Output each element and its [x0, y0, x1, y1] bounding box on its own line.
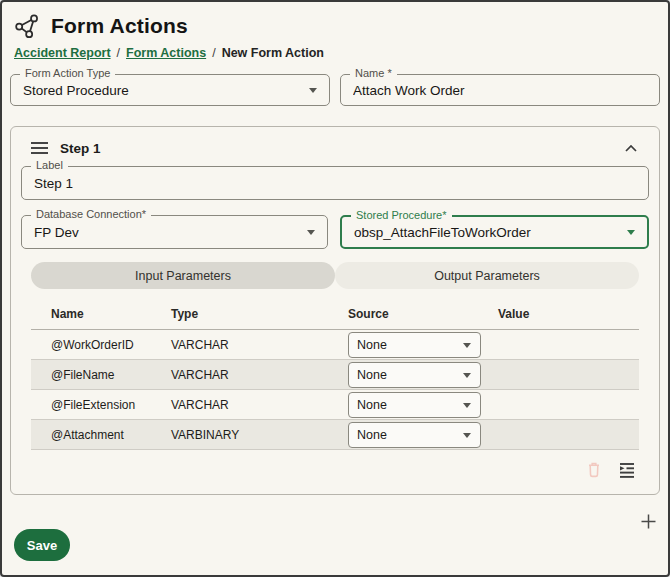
collapse-step-button[interactable]: [623, 142, 639, 154]
param-name: @FileExtension: [31, 398, 171, 412]
form-action-type-select[interactable]: Form Action Type Stored Procedure: [10, 74, 330, 106]
add-step-button[interactable]: [640, 513, 657, 534]
table-header-row: Name Type Source Value: [31, 299, 639, 330]
chevron-down-icon: [463, 403, 471, 408]
chevron-up-icon: [623, 142, 639, 154]
source-select[interactable]: None: [348, 362, 481, 388]
form-actions-page: Form Actions Accident Report / Form Acti…: [0, 0, 670, 577]
name-input[interactable]: [353, 83, 647, 98]
chevron-down-icon: [627, 230, 635, 235]
source-select-value: None: [357, 428, 387, 442]
step-title: Step 1: [60, 141, 101, 156]
source-select[interactable]: None: [348, 392, 481, 418]
column-header-value: Value: [498, 307, 639, 321]
database-connection-label: Database Connection*: [31, 208, 151, 220]
chevron-down-icon: [463, 343, 471, 348]
param-name: @FileName: [31, 368, 171, 382]
chevron-down-icon: [309, 88, 317, 93]
stored-procedure-select[interactable]: Stored Procedure* obsp_AttachFileToWorkO…: [340, 215, 649, 249]
breadcrumb-accident-report[interactable]: Accident Report: [14, 46, 111, 60]
column-header-source: Source: [348, 307, 498, 321]
playlist-play-icon: [617, 460, 637, 480]
source-select-value: None: [357, 398, 387, 412]
trash-icon: [584, 460, 604, 480]
name-field[interactable]: Name *: [340, 74, 660, 106]
chevron-down-icon: [307, 230, 315, 235]
table-row: @FileExtension VARCHAR None: [31, 390, 639, 420]
form-action-type-value: Stored Procedure: [23, 83, 129, 98]
form-action-type-label: Form Action Type: [20, 67, 115, 79]
param-type: VARCHAR: [171, 368, 348, 382]
stored-procedure-label: Stored Procedure*: [351, 209, 452, 221]
chevron-down-icon: [463, 433, 471, 438]
database-connection-select[interactable]: Database Connection* FP Dev: [21, 215, 328, 249]
source-select[interactable]: None: [348, 422, 481, 448]
param-type: VARBINARY: [171, 428, 348, 442]
step-card-actions: [11, 459, 637, 481]
param-type: VARCHAR: [171, 338, 348, 352]
page-title: Form Actions: [51, 14, 188, 38]
top-fields-row: Form Action Type Stored Procedure Name *: [2, 74, 668, 106]
chevron-down-icon: [463, 373, 471, 378]
breadcrumb-separator: /: [117, 46, 120, 60]
parameter-tabs: Input Parameters Output Parameters: [31, 262, 639, 289]
source-select-value: None: [357, 368, 387, 382]
plus-icon: [640, 513, 657, 530]
page-header: Form Actions: [2, 2, 668, 39]
breadcrumb-separator: /: [212, 46, 215, 60]
step-label-label: Label: [31, 159, 68, 171]
source-select-value: None: [357, 338, 387, 352]
table-row: @WorkOrderID VARCHAR None: [31, 330, 639, 360]
breadcrumb: Accident Report / Form Actions / New For…: [2, 39, 668, 60]
delete-step-button[interactable]: [584, 460, 604, 480]
tab-output-parameters[interactable]: Output Parameters: [335, 262, 639, 289]
step-header: Step 1: [11, 127, 659, 157]
share-network-icon: [14, 13, 40, 39]
breadcrumb-new-form-action: New Form Action: [222, 46, 324, 60]
step-label-input[interactable]: [34, 176, 636, 191]
column-header-type: Type: [171, 307, 348, 321]
param-name: @Attachment: [31, 428, 171, 442]
tab-input-parameters[interactable]: Input Parameters: [31, 262, 335, 289]
step-label-field[interactable]: Label: [21, 166, 649, 200]
source-select[interactable]: None: [348, 332, 481, 358]
run-parameters-button[interactable]: [617, 460, 637, 480]
breadcrumb-form-actions[interactable]: Form Actions: [126, 46, 206, 60]
parameters-table: Name Type Source Value @WorkOrderID VARC…: [31, 299, 639, 450]
param-type: VARCHAR: [171, 398, 348, 412]
database-connection-value: FP Dev: [34, 225, 79, 240]
name-field-label: Name *: [350, 67, 397, 79]
table-row: @FileName VARCHAR None: [31, 360, 639, 390]
step-card: Step 1 Label Database Connection* FP Dev…: [10, 126, 660, 495]
connection-row: Database Connection* FP Dev Stored Proce…: [21, 215, 649, 249]
column-header-name: Name: [31, 307, 171, 321]
table-row: @Attachment VARBINARY None: [31, 420, 639, 450]
stored-procedure-value: obsp_AttachFileToWorkOrder: [354, 225, 531, 240]
param-name: @WorkOrderID: [31, 338, 171, 352]
drag-handle-icon[interactable]: [31, 141, 48, 155]
save-button[interactable]: Save: [14, 529, 70, 561]
